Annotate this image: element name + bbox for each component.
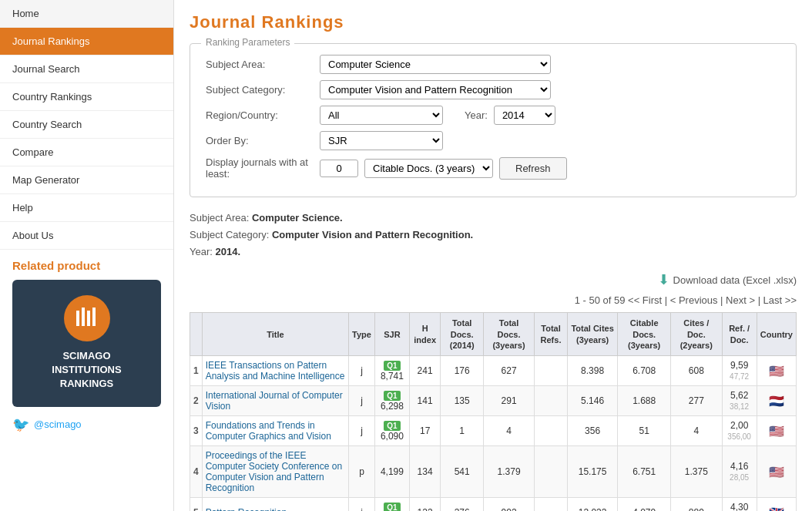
col-total-refs: Total Refs. bbox=[535, 313, 568, 356]
cell-ref-per-doc: 9,5947,72 bbox=[722, 356, 757, 386]
cell-rank: 4 bbox=[190, 446, 203, 498]
sidebar-item-journal-rankings[interactable]: Journal Rankings bbox=[0, 28, 173, 55]
display-row: Display journals with at least: Citable … bbox=[206, 156, 780, 180]
info-text: Subject Area: Computer Science. Subject … bbox=[190, 210, 797, 261]
pagination: 1 - 50 of 59 << First | < Previous | Nex… bbox=[575, 294, 797, 306]
sidebar-item-compare[interactable]: Compare bbox=[0, 139, 173, 166]
q-badge: Q1 bbox=[384, 503, 400, 511]
cell-sjr: Q1 6,298 bbox=[374, 386, 409, 416]
cell-citable-docs: 6.751 bbox=[618, 446, 671, 498]
cell-type: j bbox=[349, 416, 375, 446]
cell-rank: 2 bbox=[190, 386, 203, 416]
main-content: Journal Rankings Ranking Parameters Subj… bbox=[174, 0, 812, 511]
cell-sjr: 4,199 bbox=[374, 446, 409, 498]
cell-total-docs-2014: 1 bbox=[441, 416, 484, 446]
download-label: Download data (Excel .xlsx) bbox=[673, 274, 797, 286]
cell-ref-per-doc: 4,3034,66 bbox=[722, 498, 757, 511]
info-subject-category: Subject Category: Computer Vision and Pa… bbox=[190, 227, 797, 244]
order-by-label: Order By: bbox=[206, 135, 314, 146]
country-flag: 🇺🇸 bbox=[769, 466, 784, 479]
cell-total-cites-3y: 356 bbox=[567, 416, 617, 446]
cell-type: j bbox=[349, 386, 375, 416]
subject-area-select[interactable]: Computer Science bbox=[320, 55, 551, 74]
cell-type: j bbox=[349, 356, 375, 386]
cell-sjr: Q1 2,477 bbox=[374, 498, 409, 511]
cell-citable-docs: 6.708 bbox=[618, 356, 671, 386]
sidebar-item-map-generator[interactable]: Map Generator bbox=[0, 166, 173, 194]
year-select[interactable]: 2014 bbox=[494, 106, 555, 125]
sidebar-item-country-rankings[interactable]: Country Rankings bbox=[0, 83, 173, 111]
order-by-row: Order By: SJR bbox=[206, 131, 780, 150]
cell-citable-docs: 4.079 bbox=[618, 498, 671, 511]
refresh-button[interactable]: Refresh bbox=[499, 157, 567, 180]
table-row: 3 Foundations and Trends in Computer Gra… bbox=[190, 416, 797, 446]
ranking-params-box: Ranking Parameters Subject Area: Compute… bbox=[190, 43, 797, 197]
region-select[interactable]: All bbox=[320, 106, 443, 125]
cell-total-docs-2014: 176 bbox=[441, 356, 484, 386]
cell-cites-per-doc: 277 bbox=[671, 386, 722, 416]
table-row: 5 Pattern Recognition j Q1 2,477 133 376… bbox=[190, 498, 797, 511]
toolbar-row: ⬇ Download data (Excel .xlsx) bbox=[190, 271, 797, 288]
cell-rank: 3 bbox=[190, 416, 203, 446]
cell-total-refs bbox=[535, 416, 568, 446]
col-rank bbox=[190, 313, 203, 356]
journal-link[interactable]: Foundations and Trends in Computer Graph… bbox=[206, 420, 345, 442]
cell-total-refs bbox=[535, 498, 568, 511]
cell-hindex: 241 bbox=[409, 356, 440, 386]
cell-total-refs bbox=[535, 356, 568, 386]
product-icon bbox=[64, 295, 110, 341]
cell-country: 🇺🇸 bbox=[757, 416, 796, 446]
sidebar-item-journal-search[interactable]: Journal Search bbox=[0, 55, 173, 83]
col-ref-per-doc: Ref. / Doc. bbox=[722, 313, 757, 356]
journal-link[interactable]: IEEE Transactions on Pattern Analysis an… bbox=[206, 360, 345, 382]
info-year: Year: 2014. bbox=[190, 244, 797, 261]
region-row: Region/Country: All Year: 2014 bbox=[206, 106, 780, 125]
cell-type: j bbox=[349, 498, 375, 511]
display-metric-select[interactable]: Citable Docs. (3 years) bbox=[364, 159, 493, 178]
info-subject-area: Subject Area: Computer Science. bbox=[190, 210, 797, 227]
cell-ref-per-doc: 4,1628,05 bbox=[722, 446, 757, 498]
twitter-link[interactable]: 🐦 @scimago bbox=[12, 416, 161, 433]
cell-country: 🇬🇧 bbox=[757, 498, 796, 511]
col-total-docs-2014: Total Docs. (2014) bbox=[441, 313, 484, 356]
table-row: 2 International Journal of Computer Visi… bbox=[190, 386, 797, 416]
country-flag: 🇺🇸 bbox=[769, 425, 784, 438]
subject-category-select[interactable]: Computer Vision and Pattern Recognition bbox=[320, 80, 551, 99]
cell-total-docs-3y: 902 bbox=[484, 498, 535, 511]
cell-hindex: 133 bbox=[409, 498, 440, 511]
col-total-cites-3y: Total Cites (3years) bbox=[567, 313, 617, 356]
related-product-title: Related product bbox=[12, 259, 161, 272]
q-badge: Q1 bbox=[384, 361, 400, 371]
cell-cites-per-doc: 889 bbox=[671, 498, 722, 511]
cell-cites-per-doc: 4 bbox=[671, 416, 722, 446]
cell-citable-docs: 51 bbox=[618, 416, 671, 446]
subject-area-label: Subject Area: bbox=[206, 59, 314, 70]
col-total-docs-3y: Total Docs. (3years) bbox=[484, 313, 535, 356]
sidebar-item-country-search[interactable]: Country Search bbox=[0, 111, 173, 139]
download-link[interactable]: ⬇ Download data (Excel .xlsx) bbox=[658, 271, 797, 288]
journal-link[interactable]: Proceedings of the IEEE Computer Society… bbox=[206, 450, 345, 493]
cell-ref-per-doc: 5,6238,12 bbox=[722, 386, 757, 416]
cell-rank: 1 bbox=[190, 356, 203, 386]
svg-rect-2 bbox=[87, 311, 90, 326]
journal-link[interactable]: International Journal of Computer Vision bbox=[206, 390, 345, 412]
sidebar-item-about-us[interactable]: About Us bbox=[0, 222, 173, 250]
cell-title: IEEE Transactions on Pattern Analysis an… bbox=[202, 356, 348, 386]
sidebar-item-help[interactable]: Help bbox=[0, 194, 173, 222]
subject-area-row: Subject Area: Computer Science bbox=[206, 55, 780, 74]
twitter-handle: @scimago bbox=[34, 419, 82, 430]
product-box[interactable]: SCIMAGO INSTITUTIONS RANKINGS bbox=[12, 280, 161, 407]
params-box-title: Ranking Parameters bbox=[201, 37, 294, 48]
region-label: Region/Country: bbox=[206, 109, 314, 121]
related-product-section: Related product SCIMAGO INSTITUTIONS RAN… bbox=[0, 250, 173, 442]
col-citable-docs: Citable Docs. (3years) bbox=[618, 313, 671, 356]
display-input[interactable] bbox=[320, 160, 358, 177]
order-by-select[interactable]: SJR bbox=[320, 131, 443, 150]
svg-rect-3 bbox=[92, 308, 96, 326]
col-title: Title bbox=[202, 313, 348, 356]
q-badge: Q1 bbox=[384, 391, 400, 401]
cell-rank: 5 bbox=[190, 498, 203, 511]
cell-sjr: Q1 8,741 bbox=[374, 356, 409, 386]
sidebar-item-home[interactable]: Home bbox=[0, 0, 173, 28]
journal-link[interactable]: Pattern Recognition bbox=[206, 507, 345, 511]
